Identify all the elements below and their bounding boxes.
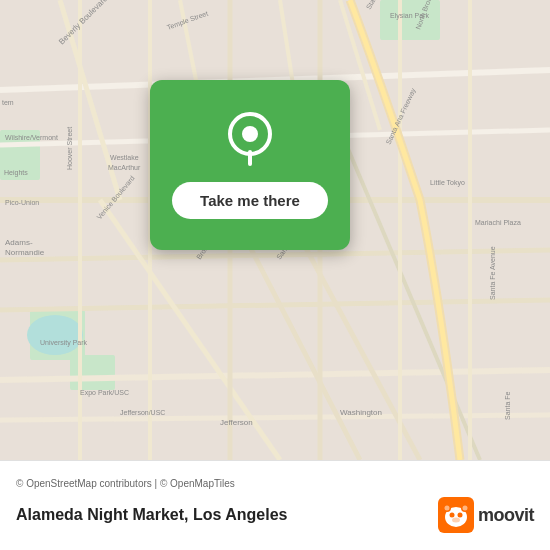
- svg-point-61: [452, 518, 460, 523]
- map-attribution: © OpenStreetMap contributors | © OpenMap…: [16, 478, 534, 489]
- location-pin-icon: [222, 112, 278, 168]
- svg-text:MacArthur: MacArthur: [108, 164, 141, 171]
- svg-text:Mariachi Plaza: Mariachi Plaza: [475, 219, 521, 226]
- moovit-mascot-icon: [438, 497, 474, 533]
- svg-text:Heights: Heights: [4, 169, 28, 177]
- svg-text:Adams-: Adams-: [5, 238, 33, 247]
- svg-point-65: [462, 506, 467, 511]
- svg-point-5: [27, 315, 83, 355]
- svg-text:Elysian Park: Elysian Park: [390, 12, 429, 20]
- svg-text:Jefferson/USC: Jefferson/USC: [120, 409, 165, 416]
- place-name-row: Alameda Night Market, Los Angeles moovit: [16, 497, 534, 533]
- svg-text:Normandie: Normandie: [5, 248, 45, 257]
- svg-text:Santa Fe: Santa Fe: [504, 391, 511, 420]
- svg-rect-4: [70, 355, 115, 390]
- svg-text:University Park: University Park: [40, 339, 88, 347]
- svg-text:Expo Park/USC: Expo Park/USC: [80, 389, 129, 397]
- svg-text:Pico-Union: Pico-Union: [5, 199, 39, 206]
- svg-point-56: [242, 126, 258, 142]
- moovit-brand-text: moovit: [478, 505, 534, 526]
- location-card: Take me there: [150, 80, 350, 250]
- svg-text:Hoover Street: Hoover Street: [66, 127, 73, 170]
- svg-text:Wilshire/Vermont: Wilshire/Vermont: [5, 134, 58, 141]
- svg-text:tem: tem: [2, 99, 14, 106]
- svg-point-64: [444, 506, 449, 511]
- svg-text:Santa Fe Avenue: Santa Fe Avenue: [489, 246, 496, 300]
- moovit-logo: moovit: [438, 497, 534, 533]
- map-container: Beverly Boulevard Temple Street Stadium …: [0, 0, 550, 460]
- svg-point-59: [449, 513, 454, 518]
- place-name: Alameda Night Market, Los Angeles: [16, 506, 287, 524]
- bottom-bar: © OpenStreetMap contributors | © OpenMap…: [0, 460, 550, 550]
- svg-rect-1: [380, 0, 440, 40]
- svg-point-60: [457, 513, 462, 518]
- svg-text:Little Tokyo: Little Tokyo: [430, 179, 465, 187]
- svg-text:Westlake: Westlake: [110, 154, 139, 161]
- svg-text:Washington: Washington: [340, 408, 382, 417]
- take-me-there-button[interactable]: Take me there: [172, 182, 328, 219]
- svg-text:Jefferson: Jefferson: [220, 418, 253, 427]
